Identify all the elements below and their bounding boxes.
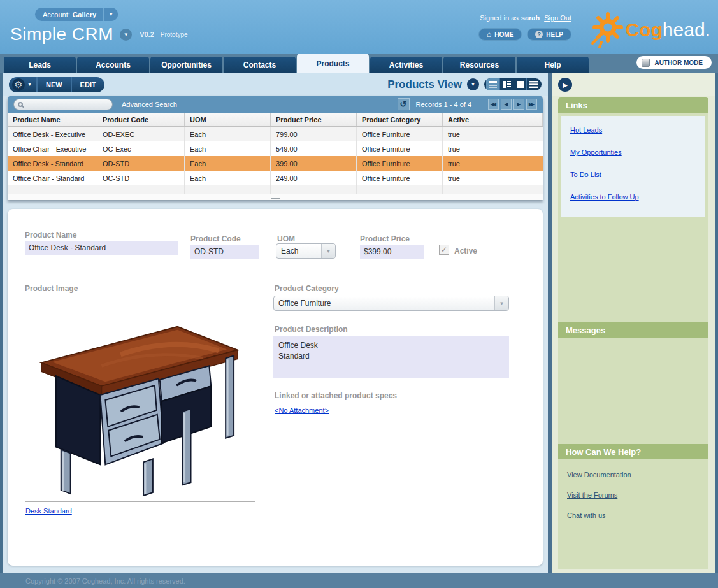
table-header-row: Product Name Product Code UOM Product Pr… xyxy=(8,113,543,127)
uom-dropdown-icon[interactable]: ▼ xyxy=(321,244,335,258)
product-category-label: Product Category xyxy=(275,284,339,293)
product-name-field[interactable]: Office Desk - Standard xyxy=(25,241,178,255)
column-header[interactable]: UOM xyxy=(185,113,271,126)
account-label: Account:Gallery xyxy=(35,11,103,18)
view-mode-form-icon[interactable] xyxy=(513,78,526,90)
app-header: Account:Gallery ▼ Simple CRM ▼ V0.2 Prot… xyxy=(0,0,718,54)
messages-section xyxy=(558,338,708,444)
sign-out-link[interactable]: Sign Out xyxy=(544,14,571,22)
author-mode-button[interactable]: AUTHOR MODE xyxy=(636,56,712,69)
app-title-dropdown-icon[interactable]: ▼ xyxy=(120,29,132,41)
no-attachment-link[interactable]: <No Attachment> xyxy=(275,406,329,414)
account-dropdown-arrow-icon[interactable]: ▼ xyxy=(103,8,118,21)
product-code-label: Product Code xyxy=(190,234,241,243)
gear-icon: ⚙ xyxy=(12,78,25,91)
category-dropdown-icon[interactable]: ▼ xyxy=(494,296,508,310)
first-page-button[interactable]: ◀◀ xyxy=(488,99,499,110)
refresh-button[interactable]: ↺ xyxy=(398,98,410,110)
table-row-selected[interactable]: Office Desk - Standard OD-STD Each 399.0… xyxy=(8,156,543,171)
sidebar-link-my-opportunities[interactable]: My Opportunties xyxy=(570,148,705,156)
view-mode-list-detail-icon[interactable] xyxy=(486,78,499,90)
sidebar-panel: Links Hot Leads My Opportunties To Do Li… xyxy=(558,97,708,569)
products-table: Product Name Product Code UOM Product Pr… xyxy=(8,113,543,194)
search-input[interactable] xyxy=(13,99,113,110)
next-page-button[interactable]: ▶ xyxy=(513,99,524,110)
tab-contacts[interactable]: Contacts xyxy=(224,57,296,73)
sidebar-link-hot-leads[interactable]: Hot Leads xyxy=(570,126,705,134)
messages-section-header: Messages xyxy=(558,322,708,338)
product-price-label: Product Price xyxy=(360,234,410,243)
page-right-border xyxy=(715,73,718,573)
links-section-header: Links xyxy=(558,97,708,113)
table-footer xyxy=(8,194,543,200)
actions-menu-button[interactable]: ⚙ ▼ xyxy=(9,78,36,91)
home-button[interactable]: ⌂ HOME xyxy=(478,28,522,41)
active-checkbox[interactable]: ✓ xyxy=(439,245,449,255)
tab-products[interactable]: Products xyxy=(297,54,369,73)
last-page-button[interactable]: ▶▶ xyxy=(526,99,537,110)
account-selector[interactable]: Account:Gallery ▼ xyxy=(35,8,118,21)
sidebar-collapse-button[interactable]: ▶ xyxy=(558,78,572,92)
help-button[interactable]: ? HELP xyxy=(527,28,571,41)
sidebar-link-visit-forums[interactable]: Visit the Forums xyxy=(567,491,708,499)
table-row[interactable]: Office Desk - Executive OD-EXEC Each 799… xyxy=(8,127,543,141)
products-list-card: Advanced Search ↺ Records 1 - 4 of 4 ◀◀ … xyxy=(8,96,543,200)
view-title: Products View xyxy=(387,78,462,91)
column-header[interactable]: Product Category xyxy=(357,113,443,126)
table-row-empty xyxy=(8,185,543,194)
prev-page-button[interactable]: ◀ xyxy=(501,99,512,110)
tab-accounts[interactable]: Accounts xyxy=(77,57,149,73)
links-section: Hot Leads My Opportunties To Do List Act… xyxy=(561,116,705,217)
view-mode-rows-icon[interactable] xyxy=(526,78,540,90)
help-section: View Documentation Visit the Forums Chat… xyxy=(558,459,708,519)
home-icon: ⌂ xyxy=(487,31,491,38)
signin-status: Signed in assarah Sign Out xyxy=(480,14,571,22)
records-count: Records 1 - 4 of 4 xyxy=(416,101,471,108)
product-category-select[interactable]: Office Furniture ▼ xyxy=(273,296,509,311)
advanced-search-link[interactable]: Advanced Search xyxy=(122,101,177,108)
question-icon: ? xyxy=(535,31,543,38)
tab-opportunities[interactable]: Opportunities xyxy=(150,57,222,73)
search-bar: Advanced Search ↺ Records 1 - 4 of 4 ◀◀ … xyxy=(8,96,543,113)
author-mode-icon xyxy=(642,59,650,67)
edit-button[interactable]: EDIT xyxy=(72,77,104,92)
page-title: Simple CRM xyxy=(10,24,113,45)
search-icon xyxy=(18,102,23,107)
tab-resources[interactable]: Resources xyxy=(443,57,515,73)
product-code-field[interactable]: OD-STD xyxy=(190,245,259,259)
product-image xyxy=(25,296,255,502)
main-content: ⚙ ▼ NEW EDIT Products View ▼ xyxy=(3,73,548,573)
resize-handle[interactable] xyxy=(271,196,280,199)
active-label: Active xyxy=(454,247,477,255)
sidebar-toolbar: ▶ xyxy=(552,73,715,96)
uom-label: UOM xyxy=(277,234,295,243)
sidebar-link-to-do-list[interactable]: To Do List xyxy=(570,171,705,178)
tab-activities[interactable]: Activities xyxy=(370,57,442,73)
view-dropdown-icon[interactable]: ▼ xyxy=(467,78,479,90)
sidebar-link-chat-with-us[interactable]: Chat with us xyxy=(567,512,708,519)
new-button[interactable]: NEW xyxy=(38,77,71,92)
product-description-field[interactable]: Office Desk Standard xyxy=(273,336,509,378)
column-header[interactable]: Active xyxy=(443,113,543,126)
uom-select[interactable]: Each ▼ xyxy=(276,243,336,259)
tab-help[interactable]: Help xyxy=(517,57,589,73)
tab-leads[interactable]: Leads xyxy=(4,57,76,73)
table-row[interactable]: Office Chair - Standard OC-STD Each 249.… xyxy=(8,171,543,185)
image-attachment-link[interactable]: Desk Standard xyxy=(25,507,72,515)
column-header[interactable]: Product Code xyxy=(97,113,185,126)
username: sarah xyxy=(521,14,540,22)
sidebar-link-activities-follow-up[interactable]: Activities to Follow Up xyxy=(570,193,705,201)
sidebar-link-view-documentation[interactable]: View Documentation xyxy=(567,471,708,478)
column-header[interactable]: Product Price xyxy=(271,113,357,126)
logo-cog-text: Cog xyxy=(626,19,663,40)
view-mode-split-icon[interactable] xyxy=(499,78,513,90)
prototype-label: Prototype xyxy=(161,31,188,38)
product-price-field[interactable]: $399.00 xyxy=(360,245,424,259)
arrow-right-icon: ▶ xyxy=(563,82,568,89)
right-sidebar: ▶ Links Hot Leads My Opportunties To Do … xyxy=(552,73,715,573)
account-value: Gallery xyxy=(73,11,96,18)
column-header[interactable]: Product Name xyxy=(8,113,97,126)
desk-illustration xyxy=(25,296,255,501)
table-row[interactable]: Office Chair - Executive OC-Exec Each 54… xyxy=(8,141,543,156)
logo-head-text: head. xyxy=(663,19,710,40)
